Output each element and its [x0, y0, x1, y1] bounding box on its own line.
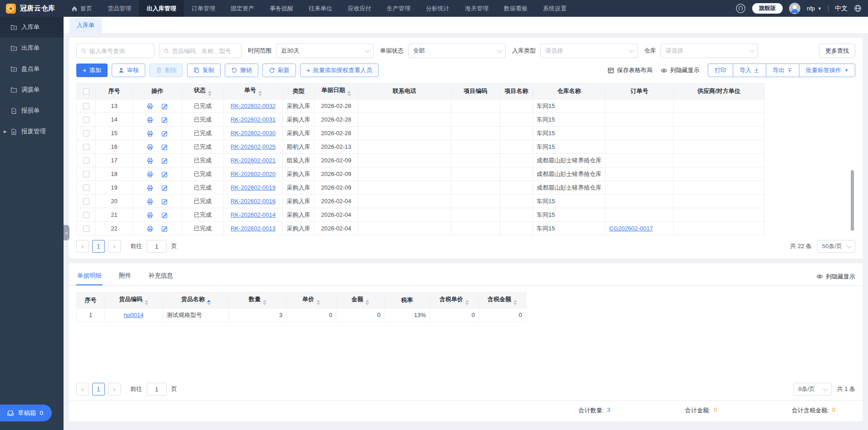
- sort-icon[interactable]: [263, 300, 266, 305]
- sort-icon[interactable]: [258, 91, 262, 96]
- table-row[interactable]: 22 已完成 RK-202602-0013 采购入库 2026-02-04: [77, 222, 764, 235]
- order-no-link[interactable]: RK-202602-0025: [231, 143, 276, 150]
- row-checkbox[interactable]: [83, 212, 89, 218]
- nav-orders[interactable]: 订单管理: [184, 0, 223, 17]
- inbound-type-select[interactable]: 请选择: [540, 44, 638, 58]
- table-row[interactable]: 14 已完成 RK-202602-0031 采购入库 2026-02-28: [77, 113, 764, 127]
- copy-button[interactable]: 复制: [187, 64, 221, 77]
- undo-button[interactable]: 撤销: [225, 64, 258, 77]
- print-row-icon[interactable]: [147, 198, 153, 205]
- print-row-icon[interactable]: [147, 185, 153, 191]
- sort-icon[interactable]: [513, 300, 517, 305]
- edit-row-icon[interactable]: [161, 225, 168, 232]
- detail-page-size-select[interactable]: 8条/页: [794, 383, 832, 396]
- nav-customs[interactable]: 海关管理: [457, 0, 496, 17]
- print-row-icon[interactable]: [147, 171, 153, 178]
- print-row-icon[interactable]: [147, 225, 153, 232]
- table-row[interactable]: 20 已完成 RK-202602-0016 采购入库 2026-02-04: [77, 195, 764, 208]
- table-row[interactable]: 13 已完成 RK-202602-0032 采购入库 2026-02-28: [77, 99, 764, 113]
- next-page-button[interactable]: ›: [108, 240, 121, 253]
- nav-settings[interactable]: 系统设置: [535, 0, 574, 17]
- select-all-checkbox[interactable]: [83, 88, 89, 95]
- detail-goto-page-input[interactable]: [147, 383, 167, 396]
- order-no-link[interactable]: RK-202602-0014: [231, 211, 276, 218]
- status-select[interactable]: 全部: [408, 44, 506, 58]
- edit-row-icon[interactable]: [161, 117, 168, 123]
- order-no-link[interactable]: RK-202602-0019: [231, 184, 276, 191]
- support-icon[interactable]: [735, 3, 746, 14]
- dcol-price[interactable]: 单价: [286, 293, 336, 308]
- row-checkbox[interactable]: [83, 185, 89, 191]
- table-row[interactable]: 18 已完成 RK-202602-0020 采购入库 2026-02-09: [77, 167, 764, 181]
- sort-icon[interactable]: [347, 91, 351, 96]
- order-search-input[interactable]: [89, 48, 150, 54]
- table-row[interactable]: 15 已完成 RK-202602-0030 采购入库 2026-02-28: [77, 127, 764, 140]
- delete-button[interactable]: 删除: [149, 64, 183, 77]
- detail-prev-page-button[interactable]: ‹: [76, 383, 89, 396]
- page-button-1[interactable]: 1: [92, 240, 105, 253]
- detail-column-toggle-button[interactable]: 列隐藏显示: [816, 273, 855, 281]
- avatar[interactable]: [789, 3, 800, 14]
- edit-row-icon[interactable]: [161, 212, 168, 219]
- sidebar-item-stocktake[interactable]: 盘点单: [0, 59, 64, 79]
- col-order-no[interactable]: 单号: [224, 83, 283, 99]
- nav-home[interactable]: 首页: [64, 0, 100, 17]
- import-button[interactable]: 导入: [733, 64, 766, 77]
- order-no-link[interactable]: RK-202602-0020: [231, 171, 276, 177]
- edit-row-icon[interactable]: [161, 171, 168, 178]
- dcol-code[interactable]: 货品编码: [105, 293, 163, 308]
- edit-row-icon[interactable]: [161, 198, 168, 205]
- user-caret-icon[interactable]: ▼: [818, 6, 822, 11]
- time-range-select[interactable]: 近30天: [276, 44, 374, 58]
- row-checkbox[interactable]: [83, 171, 89, 177]
- edit-row-icon[interactable]: [161, 157, 168, 164]
- sidebar-item-outbound[interactable]: 出库单: [0, 38, 64, 59]
- purchase-order-link[interactable]: CG202602-0017: [609, 225, 653, 232]
- row-checkbox[interactable]: [83, 144, 89, 150]
- nav-dashboard[interactable]: 数据看板: [496, 0, 535, 17]
- sort-icon[interactable]: [208, 91, 212, 96]
- row-checkbox[interactable]: [83, 198, 89, 205]
- sort-icon[interactable]: [365, 300, 369, 305]
- goto-page-input[interactable]: [147, 240, 167, 253]
- export-button[interactable]: 导出: [766, 64, 799, 77]
- row-checkbox[interactable]: [83, 157, 89, 164]
- sort-icon[interactable]: [145, 300, 148, 305]
- detail-row[interactable]: 1 hp0014 测试规格型号 3 0 0 13% 0 0: [77, 308, 526, 322]
- print-row-icon[interactable]: [147, 157, 153, 164]
- more-search-button[interactable]: 更多查找: [819, 44, 855, 58]
- edit-row-icon[interactable]: [161, 144, 168, 151]
- tab-attachments[interactable]: 附件: [118, 268, 132, 285]
- nav-payables[interactable]: 应收应付: [340, 0, 379, 17]
- table-scrollbar-thumb[interactable]: [851, 170, 854, 231]
- nav-reminders[interactable]: 事务提醒: [262, 0, 301, 17]
- edit-row-icon[interactable]: [161, 130, 168, 137]
- nav-goods[interactable]: 货品管理: [100, 0, 139, 17]
- dcol-tax-price[interactable]: 含税单价: [430, 293, 479, 308]
- sidebar-item-scrap[interactable]: ▶ 报废管理: [0, 121, 64, 142]
- order-no-link[interactable]: RK-202602-0030: [231, 130, 276, 137]
- print-row-icon[interactable]: [147, 103, 153, 110]
- sort-icon[interactable]: [316, 300, 320, 305]
- add-button[interactable]: +添加: [76, 64, 108, 77]
- dcol-tax-amount[interactable]: 含税金额: [479, 293, 526, 308]
- nav-partners[interactable]: 往来单位: [301, 0, 340, 17]
- nav-fixed-assets[interactable]: 固定资产: [223, 0, 262, 17]
- col-status[interactable]: 状态: [182, 83, 224, 99]
- order-no-link[interactable]: RK-202602-0013: [231, 225, 276, 232]
- sidebar-item-damage[interactable]: 报损单: [0, 100, 64, 121]
- print-row-icon[interactable]: [147, 144, 153, 151]
- dcol-amount[interactable]: 金额: [336, 293, 385, 308]
- detail-page-button-1[interactable]: 1: [92, 383, 105, 396]
- table-row[interactable]: 19 已完成 RK-202602-0019 采购入库 2026-02-09: [77, 181, 764, 195]
- draft-box-button[interactable]: 草稿箱 0: [0, 405, 52, 421]
- edition-badge[interactable]: 旗舰版: [752, 3, 783, 14]
- tab-order-detail[interactable]: 单据明细: [76, 268, 103, 285]
- sidebar-item-inbound[interactable]: 入库单: [0, 17, 64, 38]
- nav-production[interactable]: 生产管理: [379, 0, 418, 17]
- sidebar-item-transfer[interactable]: 调拨单: [0, 79, 64, 100]
- order-no-link[interactable]: RK-202602-0016: [231, 198, 276, 205]
- nav-analytics[interactable]: 分析统计: [418, 0, 457, 17]
- sidebar-collapse-handle[interactable]: «: [64, 225, 69, 240]
- username[interactable]: nfp: [807, 5, 815, 12]
